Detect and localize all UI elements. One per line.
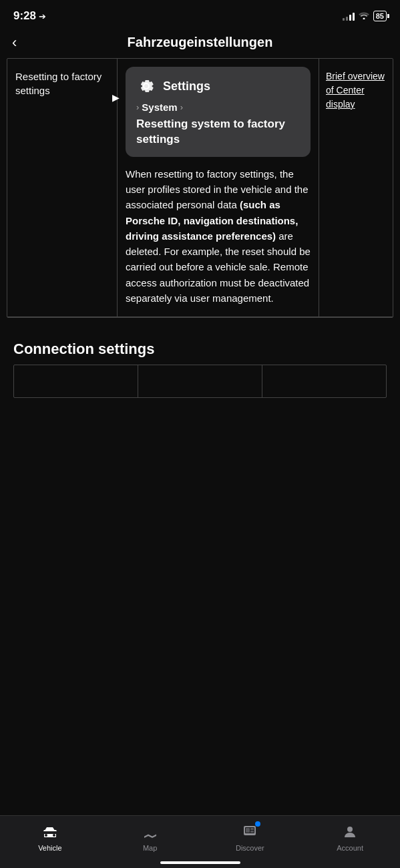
nav-card-title: Settings — [163, 79, 210, 93]
nav-label-discover: Discover — [236, 844, 264, 852]
col-left-text: Resetting to factory settings — [15, 71, 102, 96]
battery-icon: 85 — [373, 11, 387, 21]
section-heading: Connection settings — [7, 331, 393, 365]
nav-item-account[interactable]: Account — [300, 823, 400, 852]
breadcrumb-chevron-left-icon: › — [136, 102, 139, 112]
status-icons: 85 — [343, 11, 387, 21]
header: ‹ Fahrzeugeinstellungen — [0, 29, 400, 58]
nav-item-map[interactable]: Map — [100, 823, 200, 852]
page-title: Fahrzeugeinstellungen — [128, 35, 273, 50]
gear-icon — [136, 76, 156, 96]
table-row: Resetting to factory settings ▶ Settings — [7, 59, 393, 317]
nav-label-map: Map — [143, 844, 157, 852]
nav-subtitle: Resetting system to factory settings — [136, 117, 300, 148]
status-bar: 9:28 ➔ 85 — [0, 0, 400, 29]
arrow-indicator-icon: ▶ — [112, 92, 120, 103]
svg-point-0 — [45, 834, 47, 837]
svg-rect-5 — [250, 828, 254, 830]
discover-badge — [255, 821, 260, 827]
connection-col-3 — [262, 365, 386, 397]
back-button[interactable]: ‹ — [12, 34, 17, 51]
col-right-text: Brief overview of Center display — [326, 71, 385, 110]
connection-col-1 — [14, 365, 138, 397]
col-right[interactable]: Brief overview of Center display — [319, 59, 393, 316]
connection-col-2 — [138, 365, 262, 397]
description-text: When resetting to factory settings, the … — [126, 166, 311, 306]
account-icon — [341, 823, 359, 841]
nav-item-vehicle[interactable]: Vehicle — [0, 823, 100, 852]
nav-card-header: Settings — [136, 76, 300, 96]
nav-label-vehicle: Vehicle — [38, 844, 61, 852]
connection-table — [13, 365, 387, 398]
svg-rect-4 — [246, 828, 250, 833]
home-indicator — [160, 861, 240, 864]
col-middle: ▶ Settings › System › R — [118, 59, 319, 316]
status-time: 9:28 — [13, 9, 36, 23]
vehicle-icon — [41, 823, 59, 841]
connection-table-row — [14, 365, 386, 397]
breadcrumb-chevron-right-icon: › — [180, 102, 183, 112]
signal-bars-icon — [343, 11, 355, 21]
nav-label-account: Account — [337, 844, 363, 852]
map-icon — [141, 823, 160, 841]
nav-breadcrumb: › System › — [136, 101, 300, 113]
col-left: Resetting to factory settings — [7, 59, 118, 316]
main-table: Resetting to factory settings ▶ Settings — [7, 58, 393, 318]
svg-point-7 — [347, 827, 353, 832]
wifi-icon — [359, 11, 369, 21]
nav-card[interactable]: Settings › System › Resetting system to … — [126, 67, 311, 157]
svg-rect-6 — [250, 831, 254, 833]
location-arrow-icon: ➔ — [39, 11, 46, 21]
content-area: Resetting to factory settings ▶ Settings — [0, 58, 400, 465]
svg-point-1 — [53, 834, 55, 837]
bottom-nav: Vehicle Map Discover — [0, 815, 400, 868]
discover-icon — [240, 823, 259, 841]
description-part1: When resetting to factory settings, the … — [126, 168, 309, 211]
breadcrumb-system: System — [142, 101, 177, 113]
nav-item-discover[interactable]: Discover — [200, 823, 301, 852]
